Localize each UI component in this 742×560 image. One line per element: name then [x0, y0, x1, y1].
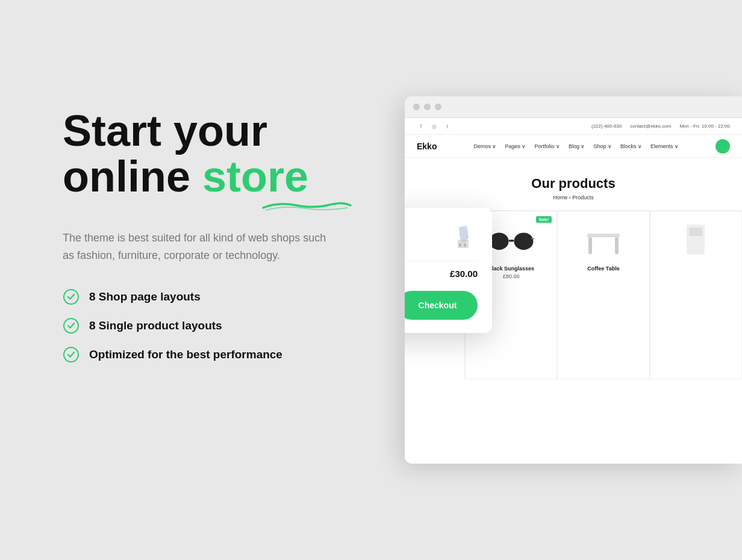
instagram-icon: ◎	[430, 122, 438, 131]
products-grid: Sale! Black Sunglasses £80.00	[465, 211, 742, 379]
sale-badge-1: Sale!	[536, 216, 552, 223]
cart-buttons: View Cart Checkout	[405, 291, 478, 320]
browser-dot-yellow	[424, 104, 431, 110]
svg-point-2	[64, 347, 78, 362]
subtotal-row: Subtotal: £30.00	[405, 261, 478, 279]
svg-rect-9	[588, 237, 592, 254]
svg-rect-7	[531, 238, 534, 239]
svg-rect-15	[459, 243, 461, 247]
nav-cta-button[interactable]	[716, 139, 730, 154]
site-topbar: f ◎ t (222) 400-630 contact@ekko.com Mon…	[405, 118, 742, 135]
features-list: 8 Shop page layouts 8 Single product lay…	[63, 288, 400, 363]
product3-svg	[681, 222, 711, 258]
breadcrumb-current: Products	[572, 194, 594, 201]
feature-text-2: 8 Single product layouts	[89, 319, 222, 332]
product-card-2: Coffee Table	[557, 211, 649, 379]
cart-popup: Phone stand 1 × £30.00 Subtotal: £30.00 …	[405, 208, 492, 333]
svg-rect-8	[587, 234, 620, 237]
headline: Start your online store	[63, 108, 400, 199]
browser-dot-red	[413, 104, 420, 110]
cart-item-image	[447, 221, 478, 251]
site-nav: Ekko Demos ∨ Pages ∨ Portfolio ∨ Blog ∨ …	[405, 135, 742, 158]
feature-item-1: 8 Shop page layouts	[63, 288, 400, 305]
product-card-3	[650, 211, 742, 379]
product-name-2: Coffee Table	[587, 266, 619, 272]
product-name-1: Black Sunglasses	[488, 266, 534, 272]
browser-mockup: f ◎ t (222) 400-630 contact@ekko.com Mon…	[405, 96, 742, 464]
nav-pages[interactable]: Pages ∨	[505, 143, 526, 149]
phone-number: (222) 400-630	[591, 123, 622, 129]
nav-blog[interactable]: Blog ∨	[569, 143, 585, 149]
browser-dot-green	[435, 104, 441, 110]
browser-title-bar	[405, 96, 742, 118]
subtotal-amount: £30.00	[450, 269, 478, 279]
sunglasses-svg	[487, 225, 535, 255]
business-hours: Mon - Fri: 10:00 - 22:00	[679, 123, 730, 129]
contact-info: (222) 400-630 contact@ekko.com Mon - Fri…	[591, 123, 730, 129]
product-price-1: £80.00	[503, 273, 520, 279]
cart-item: Phone stand 1 × £30.00	[405, 221, 478, 251]
twitter-icon: t	[443, 122, 452, 131]
nav-elements[interactable]: Elements ∨	[650, 143, 679, 149]
products-title: Our products	[405, 176, 742, 191]
nav-blocks[interactable]: Blocks ∨	[620, 143, 642, 149]
subtext: The theme is best suited for all kind of…	[63, 229, 328, 264]
products-breadcrumb: Home › Products	[405, 194, 742, 201]
svg-point-3	[489, 232, 508, 249]
headline-line2-plain: online	[63, 152, 202, 201]
svg-rect-5	[508, 240, 514, 242]
svg-rect-16	[464, 243, 466, 247]
nav-shop[interactable]: Shop ∨	[593, 143, 612, 149]
products-header: Our products Home › Products	[405, 158, 742, 211]
svg-point-1	[64, 319, 78, 333]
check-icon-2	[63, 317, 80, 334]
product-image-2	[579, 219, 628, 261]
feature-item-3: Optimized for the best performance	[63, 346, 400, 363]
feature-item-2: 8 Single product layouts	[63, 317, 400, 334]
feature-text-3: Optimized for the best performance	[89, 348, 282, 361]
svg-rect-17	[459, 226, 469, 240]
svg-point-4	[514, 232, 533, 249]
product-image-3	[672, 219, 720, 261]
social-icons: f ◎ t	[417, 122, 452, 131]
coffee-table-svg	[582, 222, 625, 258]
check-icon-3	[63, 346, 80, 363]
breadcrumb-home: Home	[553, 194, 567, 201]
headline-line1: Start your	[63, 107, 267, 155]
email-address: contact@ekko.com	[630, 123, 671, 129]
nav-demos[interactable]: Demos ∨	[473, 143, 496, 149]
phone-stand-svg	[450, 222, 475, 250]
feature-text-1: 8 Shop page layouts	[89, 290, 201, 303]
nav-portfolio[interactable]: Portfolio ∨	[534, 143, 560, 149]
checkout-button[interactable]: Checkout	[405, 291, 478, 320]
site-logo: Ekko	[417, 142, 437, 151]
svg-rect-10	[615, 237, 619, 254]
product-image-1	[487, 219, 535, 261]
nav-links: Demos ∨ Pages ∨ Portfolio ∨ Blog ∨ Shop …	[473, 143, 679, 149]
facebook-icon: f	[417, 122, 425, 131]
check-icon-1	[63, 288, 80, 305]
headline-green-word: store	[202, 152, 308, 201]
svg-rect-12	[689, 228, 702, 236]
left-content: Start your online store The theme is bes…	[63, 108, 400, 363]
svg-point-0	[64, 290, 78, 304]
store-underline	[260, 199, 354, 213]
